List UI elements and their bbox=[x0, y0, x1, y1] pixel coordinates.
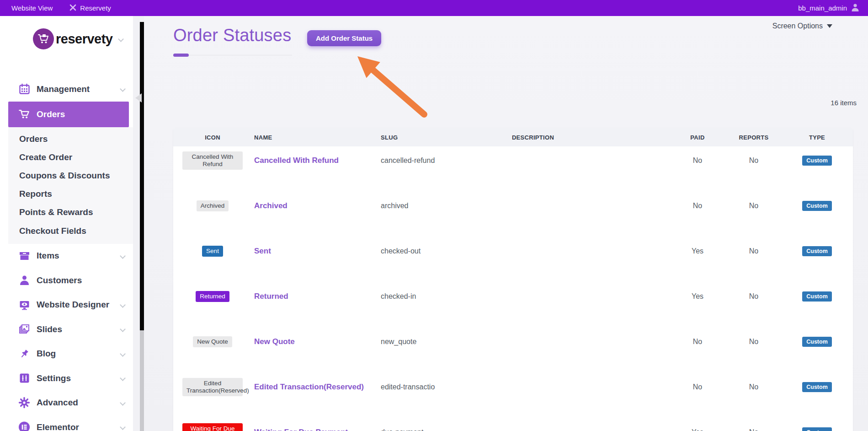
sidebar-item-advanced[interactable]: Advanced bbox=[0, 391, 133, 415]
status-paid: Yes bbox=[669, 282, 726, 311]
sidebar-item-label: Website Designer bbox=[37, 300, 109, 310]
sidebar-item-label: Orders bbox=[37, 109, 65, 119]
status-icon-badge: Waiting For Due Payment bbox=[182, 423, 243, 431]
chevron-down-icon bbox=[120, 351, 126, 357]
cart-logo-icon bbox=[33, 28, 54, 49]
table-row: Sent Sent checked-out Yes No Custom bbox=[173, 237, 853, 282]
submenu-item-points-rewards[interactable]: Points & Rewards bbox=[8, 203, 133, 221]
sidebar-item-orders[interactable]: Orders bbox=[8, 102, 129, 127]
sidebar-item-slides[interactable]: Slides bbox=[0, 317, 133, 342]
status-name-link[interactable]: Edited Transaction(Reserved) bbox=[254, 383, 364, 392]
logo-wordmark: reservety bbox=[56, 32, 113, 47]
sidebar-item-label: Blog bbox=[37, 349, 56, 359]
status-icon-badge: Cancelled With Refund bbox=[182, 151, 243, 170]
type-badge: Custom bbox=[802, 382, 832, 392]
main-content: Order Statuses Add Order Status Screen O… bbox=[144, 16, 868, 431]
chevron-down-icon bbox=[120, 302, 126, 308]
screen-options-toggle[interactable]: Screen Options bbox=[772, 22, 832, 30]
calendar-icon bbox=[18, 83, 30, 95]
collapse-sidebar-arrow-icon[interactable] bbox=[135, 93, 142, 102]
reservety-cross-icon bbox=[69, 4, 77, 13]
status-slug: edited-transactio bbox=[378, 373, 470, 401]
row-spacer bbox=[596, 418, 669, 431]
submenu-item-checkout-fields[interactable]: Checkout Fields bbox=[8, 221, 133, 240]
panel-divider-bar[interactable] bbox=[140, 22, 144, 330]
title-divider bbox=[173, 55, 292, 55]
sidebar-item-label: Settings bbox=[37, 373, 71, 383]
reservety-logo[interactable]: reservety bbox=[0, 16, 133, 62]
user-avatar-icon[interactable] bbox=[851, 3, 860, 14]
website-view-label: Website View bbox=[11, 4, 53, 12]
sidebar-item-label: Management bbox=[37, 84, 90, 94]
chevron-down-icon bbox=[120, 400, 126, 406]
row-spacer bbox=[596, 373, 669, 401]
status-reports: No bbox=[726, 373, 781, 401]
column-header-type: TYPE bbox=[781, 134, 853, 141]
table-row: Archived Archived archived No No Custom bbox=[173, 192, 853, 237]
status-icon-badge: New Quote bbox=[193, 336, 232, 347]
submenu-item-create-order[interactable]: Create Order bbox=[8, 148, 133, 167]
status-slug: cancelled-refund bbox=[378, 146, 470, 175]
sidebar-item-settings[interactable]: Settings bbox=[0, 366, 133, 391]
status-icon-badge: Archived bbox=[197, 200, 229, 211]
triangle-down-icon bbox=[827, 24, 832, 28]
status-description bbox=[470, 146, 596, 175]
status-paid: No bbox=[669, 146, 726, 175]
row-spacer bbox=[596, 192, 669, 220]
status-reports: No bbox=[726, 418, 781, 431]
add-order-status-button[interactable]: Add Order Status bbox=[307, 30, 381, 46]
username-label[interactable]: bb_main_admin bbox=[798, 4, 847, 12]
logo-chevron-down-icon[interactable] bbox=[118, 36, 124, 42]
type-badge: Custom bbox=[802, 246, 832, 256]
sidebar-nav: Management Orders Orders Create Order Co… bbox=[0, 77, 133, 431]
status-slug: checked-out bbox=[378, 237, 470, 265]
page-title: Order Statuses bbox=[173, 26, 291, 45]
status-slug: checked-in bbox=[378, 282, 470, 311]
column-header-paid: PAID bbox=[669, 134, 726, 141]
status-paid: Yes bbox=[669, 418, 726, 431]
pushpin-icon bbox=[18, 348, 30, 360]
sidebar-item-blog[interactable]: Blog bbox=[0, 342, 133, 366]
chevron-down-icon bbox=[120, 327, 126, 333]
chevron-down-icon bbox=[120, 253, 126, 259]
status-reports: No bbox=[726, 146, 781, 175]
slides-icon bbox=[18, 323, 30, 335]
status-name-link[interactable]: Sent bbox=[254, 247, 271, 256]
sidebar-item-items[interactable]: Items bbox=[0, 244, 133, 269]
chevron-down-icon bbox=[120, 86, 126, 92]
submenu-item-coupons-discounts[interactable]: Coupons & Discounts bbox=[8, 167, 133, 185]
sidebar-item-customers[interactable]: Customers bbox=[0, 268, 133, 293]
orange-arrow-annotation bbox=[352, 48, 430, 120]
column-header-slug: SLUG bbox=[378, 134, 470, 141]
sidebar-item-website-designer[interactable]: Website Designer bbox=[0, 293, 133, 318]
screen-options-label: Screen Options bbox=[772, 22, 823, 30]
status-name-link[interactable]: Waiting For Due Payment bbox=[254, 428, 348, 431]
reservety-topbar-link[interactable]: Reservety bbox=[69, 4, 111, 13]
column-header-description: DESCRIPTION bbox=[470, 134, 596, 141]
column-header-reports: REPORTS bbox=[726, 134, 781, 141]
column-header-name: NAME bbox=[252, 134, 378, 141]
status-name-link[interactable]: New Quote bbox=[254, 337, 295, 346]
status-name-link[interactable]: Archived bbox=[254, 201, 288, 210]
status-reports: No bbox=[726, 282, 781, 311]
sidebar-item-label: Items bbox=[37, 251, 59, 261]
status-paid: No bbox=[669, 192, 726, 220]
title-divider-accent bbox=[173, 54, 189, 57]
sidebar-item-management[interactable]: Management bbox=[0, 77, 133, 102]
status-icon-badge: Edited Transaction(Reserved) bbox=[182, 378, 243, 396]
type-badge: Custom bbox=[802, 201, 832, 211]
monitor-eye-icon bbox=[18, 299, 30, 311]
sidebar-item-elementor[interactable]: Elementor bbox=[0, 415, 133, 431]
person-icon bbox=[18, 275, 30, 286]
status-description bbox=[470, 328, 596, 356]
status-name-link[interactable]: Cancelled With Refund bbox=[254, 156, 339, 165]
submenu-item-orders[interactable]: Orders bbox=[8, 130, 133, 148]
status-description bbox=[470, 373, 596, 401]
status-description bbox=[470, 418, 596, 431]
website-view-link[interactable]: Website View bbox=[11, 4, 53, 12]
status-name-link[interactable]: Returned bbox=[254, 292, 288, 301]
orders-submenu: Orders Create Order Coupons & Discounts … bbox=[8, 127, 133, 244]
table-header-row: ICON NAME SLUG DESCRIPTION PAID REPORTS … bbox=[173, 128, 853, 146]
row-spacer bbox=[596, 237, 669, 265]
submenu-item-reports[interactable]: Reports bbox=[8, 185, 133, 203]
